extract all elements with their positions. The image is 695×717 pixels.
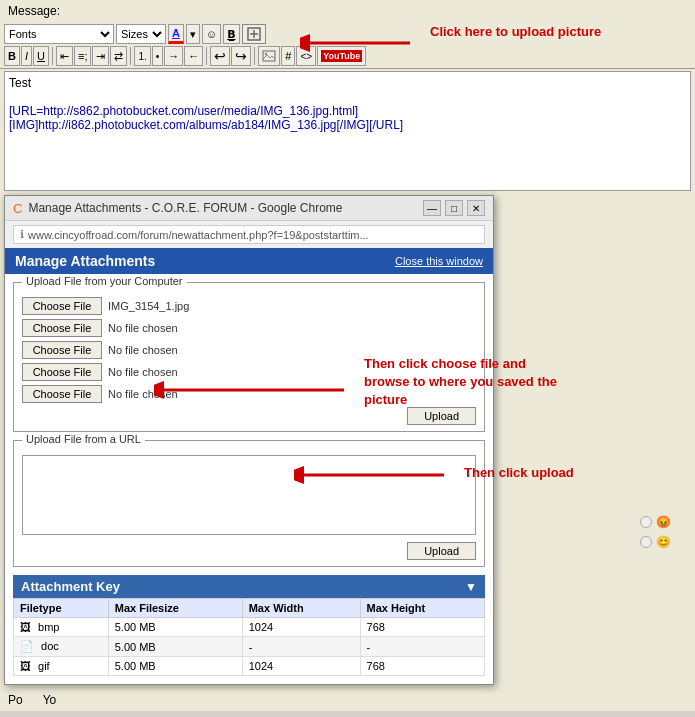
cell-height-2: -: [360, 637, 484, 657]
image-icon: [262, 49, 276, 63]
smiley-row-2: 😊: [640, 535, 671, 549]
toolbar: Fonts Sizes A ▾ ☺ B̲: [0, 22, 695, 69]
sep2: [130, 47, 131, 65]
table-row: 📄 doc 5.00 MB - -: [14, 637, 485, 657]
choose-file-btn-1[interactable]: Choose File: [22, 297, 102, 315]
address-text: www.cincyoffroad.com/forum/newattachment…: [28, 229, 369, 241]
size-select[interactable]: Sizes: [116, 24, 166, 44]
cell-filetype-3: 🖼 gif: [14, 657, 109, 676]
cell-size-1: 5.00 MB: [108, 618, 242, 637]
align-right-btn[interactable]: ⇥: [92, 46, 109, 66]
align-left-btn[interactable]: ⇤: [56, 46, 73, 66]
manage-panel: Manage Attachments Close this window: [5, 248, 493, 274]
restore-btn[interactable]: □: [445, 200, 463, 216]
img-btn[interactable]: [258, 46, 280, 66]
file-type-icon-1: 🖼: [20, 621, 31, 633]
col-maxsize: Max Filesize: [108, 599, 242, 618]
upload-url-btn[interactable]: Upload: [407, 542, 476, 560]
upload-url-box: Upload File from a URL Upload: [13, 440, 485, 567]
toolbar-row2: B I U ⇤ ≡; ⇥ ⇄ 1. • → ← ↩ ↪: [4, 46, 691, 66]
file-row-3: Choose File No file chosen: [22, 341, 476, 359]
cell-width-1: 1024: [242, 618, 360, 637]
smiley-2: 😊: [656, 535, 671, 549]
file-type-icon-2: 📄: [20, 640, 34, 652]
hash-btn[interactable]: #: [281, 46, 295, 66]
info-icon: ℹ: [20, 228, 24, 241]
titlebar-controls: — □ ✕: [423, 200, 485, 216]
sep3: [206, 47, 207, 65]
file-row-2: Choose File No file chosen: [22, 319, 476, 337]
outdent-btn[interactable]: ←: [184, 46, 203, 66]
smiley-1: 😡: [656, 515, 671, 529]
chrome-icon: C: [13, 201, 22, 216]
cell-width-3: 1024: [242, 657, 360, 676]
click-here-annotation: Click here to upload picture: [430, 24, 601, 39]
message-label: Message:: [0, 0, 695, 22]
upload-icon: [246, 26, 262, 42]
attachment-table: Filetype Max Filesize Max Width Max Heig…: [13, 598, 485, 676]
svg-rect-5: [263, 51, 275, 61]
upload-url-legend: Upload File from a URL: [22, 433, 145, 445]
font-select[interactable]: Fonts: [4, 24, 114, 44]
cell-size-3: 5.00 MB: [108, 657, 242, 676]
cell-width-2: -: [242, 637, 360, 657]
manage-title: Manage Attachments: [15, 253, 155, 269]
table-row: 🖼 bmp 5.00 MB 1024 768: [14, 618, 485, 637]
align-center-btn[interactable]: ≡;: [74, 46, 91, 66]
upload-computer-btn[interactable]: Upload: [407, 407, 476, 425]
undo-btn[interactable]: ↩: [210, 46, 230, 66]
radio-1[interactable]: [640, 516, 652, 528]
attachment-key-title: Attachment Key: [21, 579, 120, 594]
choose-file-btn-2[interactable]: Choose File: [22, 319, 102, 337]
file-row-4: Choose File No file chosen: [22, 363, 476, 381]
choose-file-btn-3[interactable]: Choose File: [22, 341, 102, 359]
ol-btn[interactable]: 1.: [134, 46, 150, 66]
upload-picture-btn[interactable]: [242, 24, 266, 44]
file-row-5: Choose File No file chosen: [22, 385, 476, 403]
minimize-btn[interactable]: —: [423, 200, 441, 216]
sep4: [254, 47, 255, 65]
upload-section: Upload File from your Computer Choose Fi…: [5, 274, 493, 684]
url-textarea[interactable]: [22, 455, 476, 535]
choose-file-btn-5[interactable]: Choose File: [22, 385, 102, 403]
smiley-panel: 😡 😊: [640, 515, 671, 549]
media-btn[interactable]: YouTube: [317, 46, 366, 66]
col-maxwidth: Max Width: [242, 599, 360, 618]
bottom-label1: Po: [8, 693, 23, 707]
chrome-title: Manage Attachments - C.O.R.E. FORUM - Go…: [28, 201, 342, 215]
cell-filetype-1: 🖼 bmp: [14, 618, 109, 637]
modal-container: C Manage Attachments - C.O.R.E. FORUM - …: [4, 195, 691, 685]
radio-2[interactable]: [640, 536, 652, 548]
editor-area[interactable]: Test [URL=http://s862.photobucket.com/us…: [4, 71, 691, 191]
bold-underline-btn[interactable]: B̲: [223, 24, 239, 44]
file-name-4: No file chosen: [108, 366, 178, 378]
indent-btn[interactable]: →: [164, 46, 183, 66]
justify-btn[interactable]: ⇄: [110, 46, 127, 66]
italic-btn[interactable]: I: [21, 46, 32, 66]
cell-size-2: 5.00 MB: [108, 637, 242, 657]
underline-btn[interactable]: U: [33, 46, 49, 66]
bold-btn[interactable]: B: [4, 46, 20, 66]
editor-line4: [IMG]http://i862.photobucket.com/albums/…: [9, 118, 686, 132]
address-bar[interactable]: ℹ www.cincyoffroad.com/forum/newattachme…: [13, 225, 485, 244]
bottom-label2: Yo: [43, 693, 57, 707]
main-container: Message: Fonts Sizes A ▾ ☺ B̲: [0, 0, 695, 711]
font-color-dropdown[interactable]: ▾: [186, 24, 200, 44]
titlebar-left: C Manage Attachments - C.O.R.E. FORUM - …: [13, 201, 343, 216]
upload-computer-legend: Upload File from your Computer: [22, 275, 187, 287]
editor-line1: Test: [9, 76, 686, 90]
file-type-icon-3: 🖼: [20, 660, 31, 672]
redo-btn[interactable]: ↪: [231, 46, 251, 66]
attachment-key-header: Attachment Key ▼: [13, 575, 485, 598]
font-color-btn[interactable]: A: [168, 24, 184, 44]
close-btn[interactable]: ✕: [467, 200, 485, 216]
col-maxheight: Max Height: [360, 599, 484, 618]
ul-btn[interactable]: •: [152, 46, 164, 66]
choose-file-btn-4[interactable]: Choose File: [22, 363, 102, 381]
code-btn[interactable]: <>: [296, 46, 316, 66]
smiley-btn[interactable]: ☺: [202, 24, 221, 44]
file-name-2: No file chosen: [108, 322, 178, 334]
close-window-btn[interactable]: Close this window: [395, 255, 483, 267]
cell-height-1: 768: [360, 618, 484, 637]
attachment-key-icon: ▼: [465, 580, 477, 594]
